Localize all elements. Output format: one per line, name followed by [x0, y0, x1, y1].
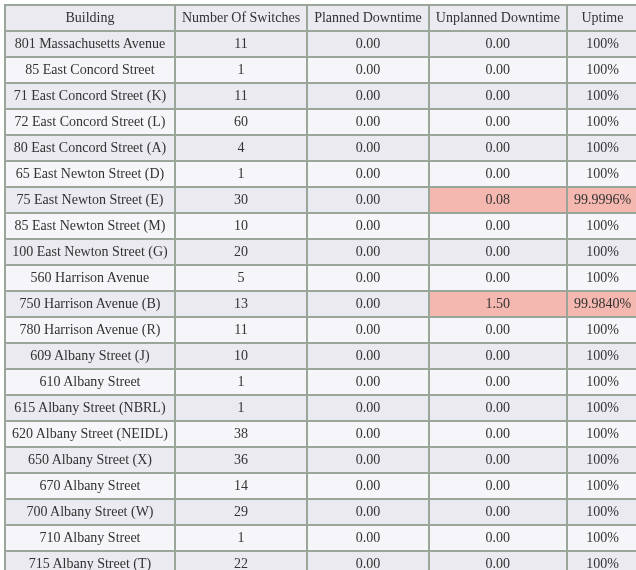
cell-uptime: 100%	[568, 136, 636, 160]
cell-building: 670 Albany Street	[6, 474, 174, 498]
cell-planned: 0.00	[308, 422, 428, 446]
cell-building: 71 East Concord Street (K)	[6, 84, 174, 108]
cell-unplanned: 0.00	[430, 422, 566, 446]
cell-uptime: 100%	[568, 500, 636, 524]
cell-uptime: 100%	[568, 474, 636, 498]
cell-planned: 0.00	[308, 318, 428, 342]
cell-planned: 0.00	[308, 214, 428, 238]
cell-uptime: 100%	[568, 240, 636, 264]
cell-unplanned: 0.00	[430, 552, 566, 570]
table-row: 801 Massachusetts Avenue110.000.00100%	[6, 32, 636, 56]
table-row: 72 East Concord Street (L)600.000.00100%	[6, 110, 636, 134]
table-row: 75 East Newton Street (E)300.000.0899.99…	[6, 188, 636, 212]
cell-building: 750 Harrison Avenue (B)	[6, 292, 174, 316]
cell-building: 85 East Concord Street	[6, 58, 174, 82]
cell-switches: 1	[176, 370, 306, 394]
col-unplanned: Unplanned Downtime	[430, 6, 566, 30]
table-row: 700 Albany Street (W)290.000.00100%	[6, 500, 636, 524]
cell-building: 85 East Newton Street (M)	[6, 214, 174, 238]
cell-switches: 22	[176, 552, 306, 570]
cell-building: 610 Albany Street	[6, 370, 174, 394]
cell-uptime: 100%	[568, 58, 636, 82]
cell-planned: 0.00	[308, 526, 428, 550]
cell-building: 700 Albany Street (W)	[6, 500, 174, 524]
table-row: 560 Harrison Avenue50.000.00100%	[6, 266, 636, 290]
cell-uptime: 100%	[568, 526, 636, 550]
cell-uptime: 99.9840%	[568, 292, 636, 316]
cell-unplanned: 0.00	[430, 240, 566, 264]
cell-planned: 0.00	[308, 292, 428, 316]
cell-building: 615 Albany Street (NBRL)	[6, 396, 174, 420]
cell-uptime: 100%	[568, 110, 636, 134]
cell-building: 780 Harrison Avenue (R)	[6, 318, 174, 342]
cell-planned: 0.00	[308, 58, 428, 82]
cell-switches: 5	[176, 266, 306, 290]
table-row: 710 Albany Street10.000.00100%	[6, 526, 636, 550]
cell-planned: 0.00	[308, 474, 428, 498]
cell-planned: 0.00	[308, 344, 428, 368]
cell-planned: 0.00	[308, 32, 428, 56]
cell-planned: 0.00	[308, 448, 428, 472]
col-switches: Number Of Switches	[176, 6, 306, 30]
table-row: 71 East Concord Street (K)110.000.00100%	[6, 84, 636, 108]
cell-unplanned: 0.00	[430, 526, 566, 550]
cell-building: 100 East Newton Street (G)	[6, 240, 174, 264]
cell-planned: 0.00	[308, 240, 428, 264]
cell-unplanned: 0.00	[430, 370, 566, 394]
table-row: 750 Harrison Avenue (B)130.001.5099.9840…	[6, 292, 636, 316]
cell-unplanned: 0.00	[430, 162, 566, 186]
cell-building: 72 East Concord Street (L)	[6, 110, 174, 134]
table-row: 615 Albany Street (NBRL)10.000.00100%	[6, 396, 636, 420]
cell-building: 801 Massachusetts Avenue	[6, 32, 174, 56]
cell-unplanned: 0.00	[430, 214, 566, 238]
uptime-table: Building Number Of Switches Planned Down…	[4, 4, 636, 570]
cell-unplanned: 0.00	[430, 58, 566, 82]
table-row: 670 Albany Street140.000.00100%	[6, 474, 636, 498]
cell-unplanned: 0.00	[430, 396, 566, 420]
cell-switches: 29	[176, 500, 306, 524]
cell-planned: 0.00	[308, 552, 428, 570]
table-row: 85 East Concord Street10.000.00100%	[6, 58, 636, 82]
cell-switches: 60	[176, 110, 306, 134]
cell-building: 75 East Newton Street (E)	[6, 188, 174, 212]
cell-uptime: 100%	[568, 266, 636, 290]
cell-uptime: 100%	[568, 422, 636, 446]
cell-planned: 0.00	[308, 500, 428, 524]
cell-planned: 0.00	[308, 162, 428, 186]
cell-unplanned: 0.00	[430, 136, 566, 160]
cell-building: 620 Albany Street (NEIDL)	[6, 422, 174, 446]
cell-unplanned: 1.50	[430, 292, 566, 316]
cell-uptime: 100%	[568, 214, 636, 238]
cell-planned: 0.00	[308, 370, 428, 394]
cell-uptime: 100%	[568, 84, 636, 108]
cell-building: 65 East Newton Street (D)	[6, 162, 174, 186]
cell-building: 609 Albany Street (J)	[6, 344, 174, 368]
cell-unplanned: 0.00	[430, 266, 566, 290]
cell-switches: 20	[176, 240, 306, 264]
cell-planned: 0.00	[308, 188, 428, 212]
cell-unplanned: 0.00	[430, 474, 566, 498]
cell-unplanned: 0.00	[430, 344, 566, 368]
cell-building: 560 Harrison Avenue	[6, 266, 174, 290]
cell-uptime: 100%	[568, 448, 636, 472]
cell-uptime: 100%	[568, 344, 636, 368]
col-uptime: Uptime	[568, 6, 636, 30]
table-row: 65 East Newton Street (D)10.000.00100%	[6, 162, 636, 186]
cell-planned: 0.00	[308, 84, 428, 108]
cell-unplanned: 0.00	[430, 500, 566, 524]
cell-uptime: 100%	[568, 32, 636, 56]
cell-building: 710 Albany Street	[6, 526, 174, 550]
cell-switches: 30	[176, 188, 306, 212]
cell-planned: 0.00	[308, 266, 428, 290]
table-row: 80 East Concord Street (A)40.000.00100%	[6, 136, 636, 160]
cell-switches: 1	[176, 162, 306, 186]
table-header-row: Building Number Of Switches Planned Down…	[6, 6, 636, 30]
cell-uptime: 99.9996%	[568, 188, 636, 212]
cell-building: 80 East Concord Street (A)	[6, 136, 174, 160]
cell-switches: 13	[176, 292, 306, 316]
cell-switches: 38	[176, 422, 306, 446]
col-planned: Planned Downtime	[308, 6, 428, 30]
col-building: Building	[6, 6, 174, 30]
cell-planned: 0.00	[308, 396, 428, 420]
table-row: 620 Albany Street (NEIDL)380.000.00100%	[6, 422, 636, 446]
